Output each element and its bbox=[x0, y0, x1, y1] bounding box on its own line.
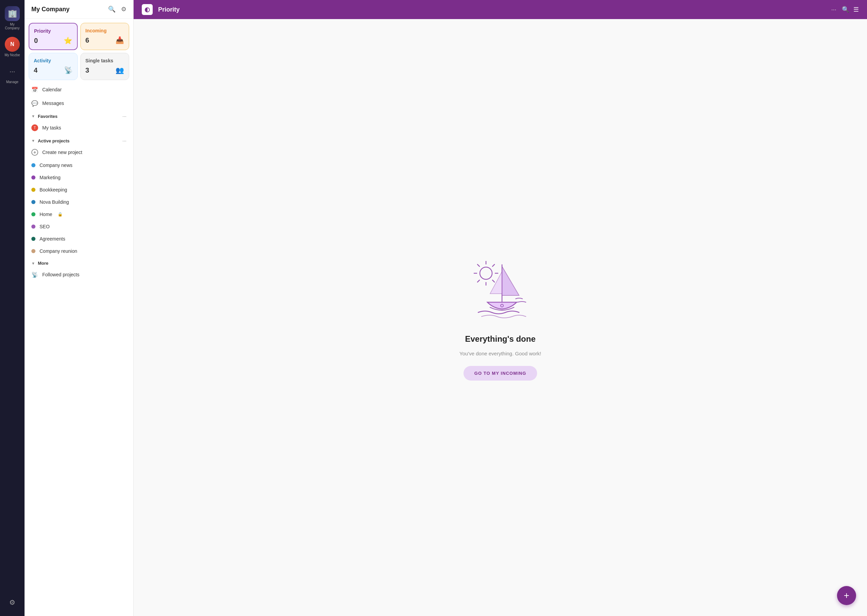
manage-icon: ··· bbox=[5, 64, 20, 79]
calendar-icon: 📅 bbox=[31, 86, 38, 93]
main-body: Everything's done You've done everything… bbox=[134, 19, 867, 616]
favorites-arrow-icon: ▼ bbox=[31, 114, 35, 118]
nav-item-home[interactable]: Home 🔒 bbox=[25, 208, 133, 220]
nav-item-messages[interactable]: 💬 Messages bbox=[25, 96, 133, 110]
favorites-section-header[interactable]: ▼ Favorites ··· bbox=[25, 110, 133, 121]
header-more-icon[interactable]: ··· bbox=[831, 6, 836, 13]
single-card-bottom: 3 👥 bbox=[85, 66, 124, 74]
incoming-card-label: Incoming bbox=[85, 28, 124, 33]
active-projects-arrow-icon: ▼ bbox=[31, 139, 35, 143]
empty-state-subtitle: You've done everything. Good work! bbox=[459, 350, 541, 357]
sidebar-header: My Company 🔍 ⚙ bbox=[25, 0, 133, 19]
priority-card-count: 0 bbox=[34, 37, 38, 45]
create-project-plus-icon: + bbox=[31, 149, 38, 156]
company-avatar: 🏢 bbox=[5, 6, 20, 21]
sidebar-item-company[interactable]: 🏢 My Company bbox=[2, 4, 23, 32]
nav-item-agreements[interactable]: Agreements bbox=[25, 233, 133, 245]
svg-line-6 bbox=[493, 280, 494, 282]
nav-item-calendar[interactable]: 📅 Calendar bbox=[25, 83, 133, 96]
activity-card-label: Activity bbox=[34, 58, 72, 63]
nozbe-avatar: N bbox=[5, 37, 20, 52]
nav-item-company-news[interactable]: Company news bbox=[25, 159, 133, 171]
marketing-label: Marketing bbox=[39, 175, 60, 180]
followed-projects-icon: 📡 bbox=[31, 271, 38, 278]
incoming-card[interactable]: Incoming 6 📥 bbox=[80, 23, 129, 50]
priority-card-bottom: 0 ⭐ bbox=[34, 36, 72, 45]
agreements-label: Agreements bbox=[39, 236, 65, 242]
sidebar-item-nozbe[interactable]: N My Nozbe bbox=[2, 35, 23, 59]
fab-add-button[interactable]: + bbox=[837, 586, 856, 605]
quick-cards: Priority 0 ⭐ Incoming 6 📥 Activity 4 📡 S… bbox=[25, 19, 133, 83]
nav-item-followed-projects[interactable]: 📡 Followed projects bbox=[25, 268, 133, 281]
svg-point-0 bbox=[480, 267, 492, 280]
favorites-title: Favorites bbox=[38, 114, 120, 119]
activity-card[interactable]: Activity 4 📡 bbox=[28, 53, 78, 80]
company-label: My Company bbox=[3, 22, 21, 30]
manage-label: Manage bbox=[6, 80, 19, 84]
go-to-incoming-button[interactable]: GO TO MY INCOMING bbox=[464, 366, 537, 380]
messages-label: Messages bbox=[42, 101, 64, 106]
marketing-dot bbox=[31, 176, 35, 179]
sidebar-header-icons: 🔍 ⚙ bbox=[108, 5, 126, 13]
agreements-dot bbox=[31, 237, 35, 241]
my-tasks-avatar: T bbox=[31, 124, 38, 131]
incoming-card-bottom: 6 📥 bbox=[85, 36, 124, 44]
favorites-more-icon[interactable]: ··· bbox=[122, 113, 126, 119]
more-arrow-icon: ▼ bbox=[31, 261, 35, 266]
single-tasks-card[interactable]: Single tasks 3 👥 bbox=[80, 53, 129, 80]
sidebar-scroll-area: 📅 Calendar 💬 Messages ▼ Favorites ··· T … bbox=[25, 83, 133, 616]
single-tasks-icon: 👥 bbox=[115, 66, 124, 74]
bookkeeping-dot bbox=[31, 188, 35, 192]
my-tasks-label: My tasks bbox=[42, 125, 61, 130]
svg-line-7 bbox=[493, 264, 494, 266]
nav-item-nova-building[interactable]: Nova Building bbox=[25, 196, 133, 208]
nav-item-create-project[interactable]: + Create new project bbox=[25, 146, 133, 159]
active-projects-title: Active projects bbox=[38, 138, 120, 143]
incoming-card-count: 6 bbox=[85, 36, 89, 44]
calendar-label: Calendar bbox=[42, 87, 62, 92]
svg-line-5 bbox=[477, 264, 480, 266]
active-projects-section-header[interactable]: ▼ Active projects ··· bbox=[25, 135, 133, 146]
followed-projects-label: Followed projects bbox=[42, 272, 79, 277]
active-projects-more-icon[interactable]: ··· bbox=[122, 138, 126, 143]
main-header: ◐ Priority ··· 🔍 ☰ bbox=[134, 0, 867, 19]
search-icon[interactable]: 🔍 bbox=[108, 5, 115, 13]
icon-rail: 🏢 My Company N My Nozbe ··· Manage ⚙ bbox=[0, 0, 25, 616]
gear-icon[interactable]: ⚙ bbox=[121, 5, 126, 13]
bookkeeping-label: Bookkeeping bbox=[39, 187, 67, 193]
home-lock-icon: 🔒 bbox=[58, 212, 63, 217]
company-reunion-dot bbox=[31, 249, 35, 253]
home-dot bbox=[31, 212, 35, 216]
seo-dot bbox=[31, 225, 35, 229]
more-section-header[interactable]: ▼ More bbox=[25, 257, 133, 268]
main-header-logo: ◐ bbox=[142, 4, 153, 15]
sidebar-item-settings-bottom[interactable]: ⚙ bbox=[2, 593, 23, 612]
company-news-label: Company news bbox=[39, 162, 72, 168]
activity-card-count: 4 bbox=[34, 66, 38, 74]
single-card-label: Single tasks bbox=[85, 58, 124, 63]
priority-star-icon: ⭐ bbox=[64, 36, 72, 45]
create-project-label: Create new project bbox=[42, 149, 82, 155]
nav-item-marketing[interactable]: Marketing bbox=[25, 171, 133, 184]
messages-icon: 💬 bbox=[31, 100, 38, 107]
nav-item-bookkeeping[interactable]: Bookkeeping bbox=[25, 184, 133, 196]
empty-state-title: Everything's done bbox=[465, 334, 535, 344]
header-filter-icon[interactable]: ☰ bbox=[853, 6, 859, 13]
nav-item-my-tasks[interactable]: T My tasks bbox=[25, 121, 133, 135]
incoming-inbox-icon: 📥 bbox=[115, 36, 124, 44]
settings-bottom-icon: ⚙ bbox=[5, 595, 20, 610]
nozbe-label: My Nozbe bbox=[5, 53, 20, 57]
main-header-title: Priority bbox=[158, 6, 826, 13]
activity-card-bottom: 4 📡 bbox=[34, 66, 72, 74]
home-label: Home bbox=[39, 212, 52, 217]
activity-feed-icon: 📡 bbox=[64, 66, 72, 74]
nav-item-company-reunion[interactable]: Company reunion bbox=[25, 245, 133, 257]
priority-card[interactable]: Priority 0 ⭐ bbox=[28, 23, 78, 50]
main-area: ◐ Priority ··· 🔍 ☰ bbox=[134, 0, 867, 616]
company-reunion-label: Company reunion bbox=[39, 248, 77, 254]
logo-letter: ◐ bbox=[145, 6, 150, 13]
header-search-icon[interactable]: 🔍 bbox=[842, 6, 849, 13]
nav-item-seo[interactable]: SEO bbox=[25, 220, 133, 233]
sidebar-item-manage[interactable]: ··· Manage bbox=[2, 62, 23, 86]
nova-building-label: Nova Building bbox=[39, 199, 69, 205]
